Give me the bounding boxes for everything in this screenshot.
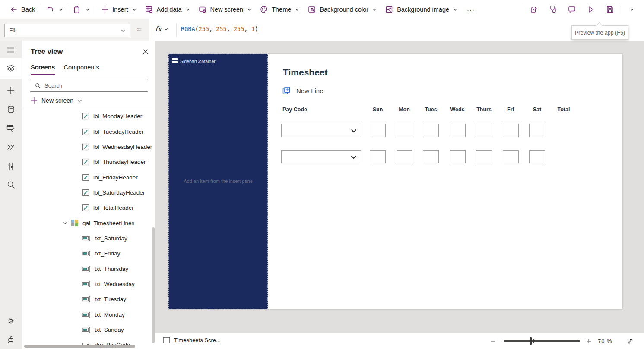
label-control-icon <box>82 189 89 196</box>
chevron-expanded-icon[interactable] <box>63 220 68 226</box>
tree-item-lbl_WednesdayHeader[interactable]: lbl_WednesdayHeader <box>22 139 155 154</box>
rail-ai-copilot-button[interactable] <box>0 330 22 349</box>
column-header-tues[interactable]: Tues <box>423 107 439 113</box>
tree-item-txt_Wednesday[interactable]: txt_Wednesday <box>22 277 155 292</box>
fx-menu-button[interactable]: fx <box>155 25 168 33</box>
tree-item-label: txt_Friday <box>95 250 120 257</box>
column-header-thurs[interactable]: Thurs <box>476 107 492 113</box>
tree-item-lbl_FridayHeader[interactable]: lbl_FridayHeader <box>22 170 155 185</box>
paycode-column-header[interactable]: Pay Code <box>281 107 370 113</box>
tree-item-gal_TimesheetLines[interactable]: gal_TimesheetLines <box>22 215 155 230</box>
app-checker-button[interactable] <box>543 3 562 16</box>
column-header-weds[interactable]: Weds <box>450 107 466 113</box>
preview-app-button[interactable] <box>581 3 600 16</box>
back-button[interactable]: Back <box>6 3 39 16</box>
tree-item-txt_Saturday[interactable]: txt_Saturday <box>22 231 155 246</box>
insert-button[interactable]: Insert <box>97 3 140 16</box>
tree-item-txt_Thursday[interactable]: txt_Thursday <box>22 261 155 276</box>
tree-vertical-scrollbar[interactable] <box>152 227 155 343</box>
hours-input-thurs[interactable] <box>476 124 492 137</box>
rail-media-button[interactable] <box>0 119 22 138</box>
hours-input-sun[interactable] <box>370 150 386 163</box>
hours-input-weds[interactable] <box>450 124 466 137</box>
paste-button[interactable] <box>70 3 83 16</box>
background-image-button[interactable]: Background image <box>381 3 462 16</box>
more-commands-button[interactable]: ··· <box>462 6 480 13</box>
hours-input-mon[interactable] <box>397 150 412 163</box>
rail-data-button[interactable] <box>0 100 22 119</box>
power-automate-icon <box>6 142 16 152</box>
formula-input[interactable]: RGBA(255, 255, 255, 1) <box>181 25 258 32</box>
column-header-fri[interactable]: Fri <box>503 107 519 113</box>
tree-view-close-button[interactable] <box>140 47 151 57</box>
add-data-button[interactable]: Add data <box>141 3 194 16</box>
zoom-in-button[interactable] <box>584 336 593 346</box>
tree-item-lbl_TuesdayHeader[interactable]: lbl_TuesdayHeader <box>22 124 155 139</box>
save-menu-button[interactable] <box>624 3 640 16</box>
back-arrow-icon <box>10 6 18 13</box>
fit-to-window-button[interactable] <box>625 336 635 346</box>
paycode-dropdown[interactable] <box>281 124 361 137</box>
column-header-mon[interactable]: Mon <box>397 107 412 113</box>
formula-token: ) <box>255 25 258 32</box>
hours-input-fri[interactable] <box>503 124 519 137</box>
tab-screens[interactable]: Screens <box>31 64 55 75</box>
tools-icon <box>6 161 16 171</box>
rail-tree-view-button[interactable] <box>0 58 22 79</box>
hours-input-weds[interactable] <box>450 150 466 163</box>
comments-button[interactable] <box>562 3 581 16</box>
property-selector[interactable]: Fill <box>4 24 130 37</box>
tree-horizontal-scrollbar[interactable] <box>24 345 135 348</box>
tree-item-label: lbl_MondayHeader <box>93 113 142 119</box>
paste-menu-button[interactable] <box>83 3 92 16</box>
tree-item-txt_Sunday[interactable]: txt_Sunday <box>22 322 155 337</box>
zoom-slider-thumb[interactable] <box>530 337 532 345</box>
hours-input-tues[interactable] <box>423 124 439 137</box>
tree-item-lbl_ThursdayHeader[interactable]: lbl_ThursdayHeader <box>22 154 155 170</box>
tree-new-screen-button[interactable]: New screen <box>31 94 82 107</box>
rail-settings-button[interactable] <box>0 311 22 330</box>
preview-tooltip-text: Preview the app (F5) <box>575 30 625 36</box>
rail-advanced-tools-button[interactable] <box>0 157 22 176</box>
hours-input-sat[interactable] <box>529 124 545 137</box>
rail-search-button[interactable] <box>0 175 22 194</box>
app-canvas[interactable]: SidebarContainer Add an item from the in… <box>168 54 622 309</box>
undo-menu-button[interactable] <box>56 3 66 16</box>
hours-input-sat[interactable] <box>529 150 545 163</box>
menu-button[interactable] <box>0 41 22 60</box>
sidebar-container-control[interactable]: SidebarContainer Add an item from the in… <box>168 54 268 309</box>
tree-search-input[interactable]: Search <box>30 79 148 92</box>
tree-item-txt_Friday[interactable]: txt_Friday <box>22 246 155 261</box>
tab-components[interactable]: Components <box>63 64 99 75</box>
paycode-dropdown[interactable] <box>281 150 361 163</box>
theme-button[interactable]: Theme <box>256 3 304 16</box>
zoom-slider-track[interactable] <box>504 340 580 342</box>
column-header-sun[interactable]: Sun <box>370 107 386 113</box>
undo-button[interactable] <box>44 3 56 16</box>
current-screen-button[interactable]: Timesheets Scre... <box>163 337 221 343</box>
tree-item-lbl_MondayHeader[interactable]: lbl_MondayHeader <box>22 109 155 124</box>
hours-input-tues[interactable] <box>423 150 439 163</box>
new-screen-button[interactable]: New screen <box>194 3 256 16</box>
share-button[interactable] <box>524 3 543 16</box>
rail-insert-button[interactable] <box>0 81 22 100</box>
chevron-down-icon <box>185 7 190 12</box>
hours-input-mon[interactable] <box>397 124 412 137</box>
tree-item-lbl_TotalHeader[interactable]: lbl_TotalHeader <box>22 200 155 215</box>
tree-item-lbl_SaturdayHeader[interactable]: lbl_SaturdayHeader <box>22 185 155 200</box>
hours-input-sun[interactable] <box>370 124 386 137</box>
hours-input-thurs[interactable] <box>476 150 492 163</box>
column-header-sat[interactable]: Sat <box>529 107 545 113</box>
save-button[interactable] <box>600 3 619 16</box>
column-header-total[interactable]: Total <box>556 107 572 113</box>
add-data-label: Add data <box>157 6 182 13</box>
search-icon <box>6 180 16 189</box>
tree-item-txt_Tuesday[interactable]: txt_Tuesday <box>22 292 155 307</box>
hours-input-fri[interactable] <box>503 150 519 163</box>
rail-power-automate-button[interactable] <box>0 138 22 157</box>
zoom-out-button[interactable] <box>488 336 498 346</box>
background-color-button[interactable]: Background color <box>304 3 381 16</box>
new-line-button[interactable]: New Line <box>282 86 324 95</box>
timesheet-title[interactable]: Timesheet <box>283 67 328 78</box>
tree-item-txt_Monday[interactable]: txt_Monday <box>22 307 155 322</box>
